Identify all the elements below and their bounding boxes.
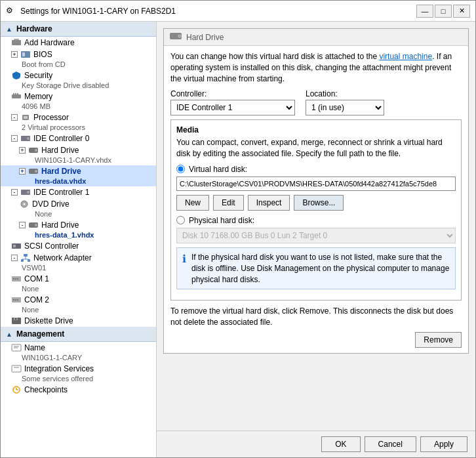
bottom-bar: OK Cancel Apply — [157, 430, 475, 457]
diskette-label: Diskette Drive — [24, 316, 73, 325]
sidebar-item-com1[interactable]: COM 1 — [1, 273, 156, 285]
network-expand[interactable]: - — [11, 255, 18, 261]
ide0-hd2-expand[interactable]: + — [19, 168, 26, 175]
hard-drive-panel-content: You can change how this virtual hard dis… — [164, 46, 468, 353]
sidebar-item-network[interactable]: - Network Adapter — [1, 252, 156, 264]
content-area: ▲ Hardware Add Hardware + BIOS — [1, 22, 475, 457]
physical-hd-select: Disk 10 7168.00 GB Bus 0 Lun 2 Target 0 — [176, 228, 456, 243]
svg-rect-6 — [15, 93, 16, 94]
svg-point-36 — [15, 299, 16, 301]
sidebar-item-ide0-hd1[interactable]: + Hard Drive — [1, 144, 156, 156]
scsi-icon — [11, 241, 22, 251]
svg-point-21 — [35, 224, 37, 226]
controller-select[interactable]: IDE Controller 1 — [170, 100, 295, 115]
security-icon — [11, 71, 22, 80]
inspect-button[interactable]: Inspect — [248, 195, 290, 211]
remove-button[interactable]: Remove — [415, 332, 462, 348]
memory-sub: 4096 MB — [1, 102, 156, 112]
location-select[interactable]: 1 (in use) — [306, 100, 384, 115]
sidebar-item-dvd[interactable]: DVD Drive — [1, 198, 156, 210]
svg-rect-26 — [28, 259, 30, 262]
bios-icon — [20, 50, 31, 59]
svg-rect-9 — [24, 116, 28, 119]
sidebar-item-ide0[interactable]: - IDE Controller 0 — [1, 133, 156, 144]
svg-rect-44 — [12, 365, 21, 372]
processor-label: Processor — [33, 113, 69, 122]
new-button[interactable]: New — [176, 195, 209, 211]
location-group: Location: 1 (in use) — [306, 89, 384, 115]
svg-rect-7 — [17, 93, 18, 94]
location-label: Location: — [306, 89, 384, 98]
main-window: ⚙ Settings for WIN10G1-1-CARY on FABS2D1… — [0, 0, 476, 458]
ide0-hd1-expand[interactable]: + — [19, 147, 26, 154]
physical-hd-radio[interactable] — [176, 216, 185, 224]
minimize-button[interactable]: — — [416, 5, 433, 18]
network-icon — [20, 253, 31, 262]
svg-rect-25 — [21, 259, 24, 262]
sidebar-item-security[interactable]: Security — [1, 70, 156, 81]
svg-point-32 — [15, 278, 16, 280]
ide0-hd2-icon — [28, 167, 39, 176]
com2-sub: None — [1, 306, 156, 315]
ide0-hd1-sub: WIN10G1-1-CARY.vhdx — [1, 156, 156, 165]
ide0-hd1-label: Hard Drive — [41, 146, 79, 155]
physical-hd-label: Physical hard disk: — [189, 216, 254, 225]
dvd-icon — [19, 199, 30, 209]
sidebar-item-ide1-hd[interactable]: - Hard Drive — [1, 219, 156, 231]
apply-button[interactable]: Apply — [420, 436, 467, 452]
processor-expand[interactable]: - — [11, 114, 18, 121]
window-icon: ⚙ — [6, 6, 16, 16]
ide1-hd-sub: hres-data_1.vhdx — [1, 231, 156, 240]
info-icon: ℹ — [182, 253, 186, 285]
sidebar-item-checkpoints[interactable]: Checkpoints — [1, 384, 156, 396]
svg-rect-3 — [22, 52, 25, 56]
add-hardware-icon — [11, 38, 22, 47]
svg-point-35 — [13, 299, 14, 301]
ide1-expand[interactable]: - — [11, 189, 18, 196]
sidebar-item-ide1[interactable]: - IDE Controller 1 — [1, 186, 156, 198]
info-box: ℹ If the physical hard disk you want to … — [176, 247, 456, 289]
close-button[interactable]: ✕ — [453, 5, 470, 18]
edit-button[interactable]: Edit — [213, 195, 244, 211]
cancel-button[interactable]: Cancel — [365, 436, 416, 452]
integration-label: Integration Services — [24, 364, 94, 373]
name-label: Name — [24, 343, 45, 352]
ide1-hd-expand[interactable]: - — [19, 222, 26, 228]
network-sub: VSW01 — [1, 264, 156, 273]
physical-hd-select-row: Disk 10 7168.00 GB Bus 0 Lun 2 Target 0 — [176, 228, 456, 243]
sidebar-item-integration[interactable]: Integration Services — [1, 363, 156, 375]
title-bar-controls: — □ ✕ — [416, 5, 470, 18]
vhd-button-row: New Edit Inspect Browse... — [176, 195, 456, 211]
ide1-label: IDE Controller 1 — [33, 188, 89, 197]
dvd-sub: None — [1, 210, 156, 219]
maximize-button[interactable]: □ — [435, 5, 452, 18]
virtual-hd-radio-row: Virtual hard disk: — [176, 165, 456, 174]
svg-point-33 — [17, 278, 18, 280]
sidebar-item-name[interactable]: Name — [1, 342, 156, 354]
bios-expand[interactable]: + — [11, 51, 18, 58]
diskette-icon — [11, 316, 22, 325]
sidebar-item-memory[interactable]: Memory — [1, 91, 156, 102]
svg-rect-5 — [13, 93, 14, 94]
media-box: Media You can compact, convert, expand, … — [170, 119, 462, 301]
sidebar-item-com2[interactable]: COM 2 — [1, 294, 156, 306]
sidebar-item-scsi[interactable]: SCSI Controller — [1, 240, 156, 252]
sidebar-item-add-hardware[interactable]: Add Hardware — [1, 37, 156, 49]
media-title: Media — [176, 125, 456, 135]
svg-point-11 — [27, 137, 30, 140]
virtual-hd-radio[interactable] — [176, 165, 185, 173]
sidebar-item-processor[interactable]: - Processor — [1, 112, 156, 123]
com1-sub: None — [1, 285, 156, 294]
sidebar-item-ide0-hd2[interactable]: + Hard Drive — [1, 165, 156, 177]
svg-rect-23 — [13, 245, 16, 247]
svg-point-37 — [17, 299, 18, 301]
sidebar-item-diskette[interactable]: Diskette Drive — [1, 315, 156, 327]
ide0-expand[interactable]: - — [11, 135, 18, 142]
virtual-machine-link[interactable]: virtual machine — [379, 52, 432, 61]
virtual-hd-path-input[interactable]: C:\ClusterStorage\CSV01\PRODVMS\HRES-DAT… — [176, 177, 456, 191]
remove-section: To remove the virtual hard disk, click R… — [170, 306, 462, 348]
ok-button[interactable]: OK — [321, 436, 360, 452]
sidebar-item-bios[interactable]: + BIOS — [1, 49, 156, 60]
browse-button[interactable]: Browse... — [294, 195, 344, 211]
title-bar: ⚙ Settings for WIN10G1-1-CARY on FABS2D1… — [1, 1, 475, 22]
